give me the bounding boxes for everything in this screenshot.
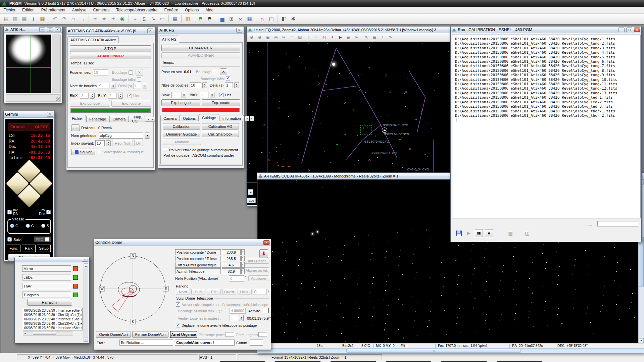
chevron-down-icon[interactable]: ▼: [145, 133, 150, 139]
close-icon[interactable]: ✕: [236, 28, 242, 33]
verify-interval-field[interactable]: 1: [230, 315, 238, 321]
lamp-status-tungsten[interactable]: [73, 293, 78, 297]
binx-spinner[interactable]: ▲▼: [182, 92, 186, 98]
stop-icon[interactable]: ■: [485, 229, 493, 237]
save-icon[interactable]: ▥: [11, 15, 19, 23]
close-icon[interactable]: ✕: [634, 28, 640, 32]
biny-field[interactable]: 2: [108, 93, 117, 99]
cut-icon[interactable]: ✂: [280, 34, 288, 41]
eshel-titlebar[interactable]: ✕: [15, 257, 89, 262]
invert-dec-checkbox[interactable]: [46, 210, 51, 214]
copy-page-icon[interactable]: ▱: [69, 15, 78, 23]
tab-camera[interactable]: Camera: [160, 115, 180, 121]
delay-field[interactable]: 1: [225, 82, 233, 88]
close-icon[interactable]: ✕: [47, 112, 53, 117]
undo-icon[interactable]: ↶: [51, 15, 59, 23]
grid-icon[interactable]: ▦: [245, 15, 254, 23]
tab-tempcci[interactable]: Temp. CCI: [129, 116, 145, 122]
short-exposure-button[interactable]: Exp. courte: [111, 100, 152, 107]
skymap-zoom-label[interactable]: Zoo: [247, 198, 256, 203]
zoom-out-icon[interactable]: ⊖: [248, 34, 255, 41]
next-index-spinner[interactable]: ▲▼: [106, 140, 111, 146]
histogram-icon[interactable]: ▅: [218, 15, 227, 23]
parking-nord-button[interactable]: Nord: [176, 289, 190, 295]
speed-radio-s[interactable]: [41, 224, 45, 228]
exposure-field[interactable]: 10: [93, 69, 108, 75]
browse-button[interactable]: ...: [71, 124, 80, 131]
menu-item-telescopeobservatoire[interactable]: Telescope/observatoire: [113, 7, 161, 13]
auto-find-star-checkbox[interactable]: [163, 148, 167, 152]
loop-count-field[interactable]: 9: [98, 83, 109, 89]
tab-scroll-left-icon[interactable]: ◄: [245, 116, 249, 121]
short-exposure-button[interactable]: Exp. courte: [202, 99, 241, 106]
close-dome-button[interactable]: Fermer Dome/Abri: [132, 331, 168, 338]
link-bin-checkbox[interactable]: [128, 94, 132, 98]
calendar-icon[interactable]: ▦: [38, 15, 47, 23]
maximize-icon[interactable]: ▢: [47, 27, 53, 32]
menu-item-fentre[interactable]: Fenêtre: [161, 7, 182, 13]
artemis-titlebar[interactable]: ARTEMIS CCD ATIK-460ex -> -5.0°C [9... ✕: [66, 27, 155, 35]
lamp-status-leds[interactable]: [73, 275, 78, 280]
speed-option-g[interactable]: G: [10, 224, 18, 228]
dir-button[interactable]: Dir: [134, 140, 143, 146]
abandon-button[interactable]: ABANDONNER: [70, 53, 151, 59]
tab-scroll-left-icon[interactable]: ◄: [146, 117, 150, 122]
sun-icon[interactable]: ☀: [91, 15, 99, 23]
parking-sud-button[interactable]: Sud: [191, 289, 205, 295]
lamp-field-mirror[interactable]: Mirror: [22, 265, 71, 272]
pencil-icon[interactable]: ✎: [387, 34, 394, 41]
eshel-vscrollbar[interactable]: ▲ ▼: [84, 263, 88, 342]
lamp-field-tungsten[interactable]: Tungsten: [22, 292, 71, 298]
start-guiding-button[interactable]: Démarrer Guidage: [163, 131, 200, 137]
lamp-status-thar[interactable]: [73, 284, 78, 289]
infinite-loop-checkbox[interactable]: [137, 77, 141, 82]
toggle-icon[interactable]: ◧: [280, 15, 288, 23]
new-notes-icon[interactable]: ▤: [2, 15, 10, 23]
follow-checkbox[interactable]: [176, 302, 180, 307]
infinite-loop-checkbox[interactable]: [226, 76, 230, 81]
dome-apply-button[interactable]: Appliquer: [248, 275, 269, 281]
camera-icon[interactable]: ▣: [345, 34, 352, 41]
grid-icon[interactable]: ⊞: [371, 34, 378, 41]
maximize-icon[interactable]: ▢: [626, 28, 632, 32]
dome-new-position-field[interactable]: 0: [229, 275, 244, 281]
exposure-value[interactable]: 0.01: [184, 70, 191, 74]
tools-icon[interactable]: ✱: [289, 15, 297, 23]
menu-item-camras[interactable]: Caméras: [90, 7, 113, 13]
autosave-checkbox[interactable]: [97, 150, 101, 154]
scroll-down-icon[interactable]: ▼: [639, 338, 644, 343]
binx-field[interactable]: 2: [80, 93, 89, 99]
lamp-status-mirror[interactable]: [73, 266, 78, 271]
dome-init-reset-button[interactable]: Init / Reset: [245, 258, 269, 264]
clipboard-icon[interactable]: ▥: [184, 15, 192, 23]
tab-scroll-right-icon[interactable]: ►: [151, 117, 155, 122]
palette-icon[interactable]: ✦: [329, 34, 336, 41]
minimize-icon[interactable]: —: [39, 27, 45, 32]
tab-scroll-right-icon[interactable]: ►: [250, 116, 254, 121]
run-output-area[interactable]: D:\Acquisitions\20150806 eShel101_Atik46…: [452, 35, 641, 218]
invert-ra-checkbox[interactable]: [7, 210, 12, 214]
delay-spinner[interactable]: ▲▼: [234, 82, 239, 88]
tab-information[interactable]: Information: [219, 115, 244, 121]
refresh-button[interactable]: Rafraichir: [27, 299, 72, 306]
comet-icon[interactable]: ✦: [109, 15, 117, 23]
speed-radio-c[interactable]: [26, 224, 30, 228]
tab-atik-hs[interactable]: ATIK HS: [159, 36, 179, 43]
image-icon[interactable]: ▦: [171, 15, 179, 23]
speed-option-c[interactable]: C: [26, 224, 34, 228]
selection-icon[interactable]: ▭: [158, 15, 166, 23]
menu-item-options[interactable]: Options: [182, 7, 202, 13]
hscroll-thumb[interactable]: |||: [346, 349, 521, 353]
generic-name-combo[interactable]: alpCyg: [99, 133, 143, 139]
scroll-left-icon[interactable]: ◄: [23, 332, 27, 334]
flag-black-icon[interactable]: ⚑: [205, 15, 214, 23]
minimize-icon[interactable]: —: [618, 28, 625, 32]
menu-item-prtraitement[interactable]: Prétraitement: [38, 7, 69, 13]
ccd-image-hscrollbar[interactable]: |||: [257, 348, 644, 353]
target-icon[interactable]: ◎: [320, 34, 328, 41]
menu-item-aide[interactable]: Aide: [202, 7, 217, 13]
package-icon[interactable]: ◫: [523, 229, 531, 237]
atik-h-titlebar[interactable]: ATIK H... — ▢ ✕: [4, 27, 62, 33]
scroll-up-icon[interactable]: ▲: [84, 264, 88, 268]
loop-checkbox[interactable]: [129, 70, 133, 75]
